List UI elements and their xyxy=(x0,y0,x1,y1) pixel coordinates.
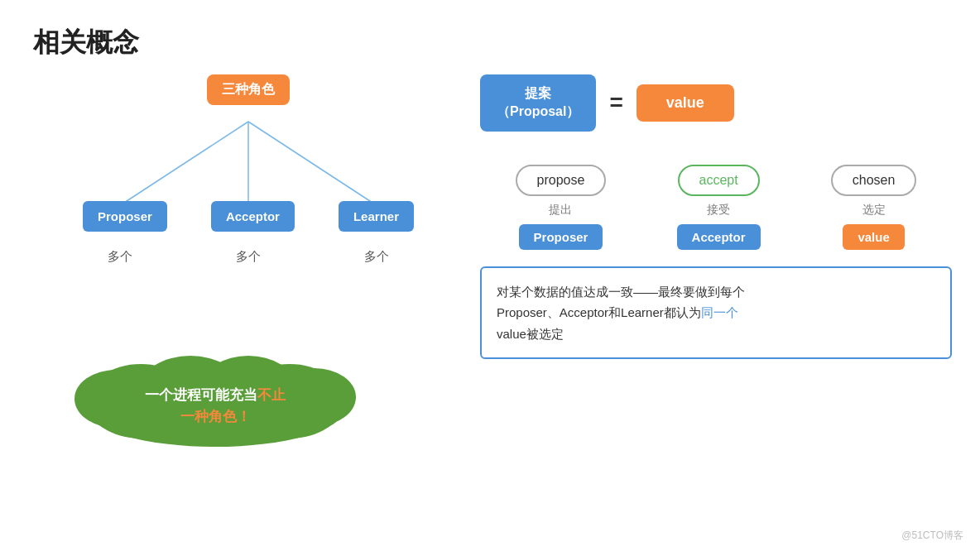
value-role-box: value xyxy=(843,224,904,250)
chosen-oval: chosen xyxy=(831,165,917,196)
proposer-node: Proposer xyxy=(83,201,167,232)
watermark: @51CTO博客 xyxy=(901,529,963,543)
description-box: 对某个数据的值达成一致——最终要做到每个 Proposer、Acceptor和L… xyxy=(480,266,952,360)
value-box: value xyxy=(637,84,734,122)
tree-diagram: 三种角色 Proposer Acceptor Learner 多个 多个 多个 xyxy=(74,74,422,265)
cloud-highlight1: 不止 xyxy=(257,387,286,403)
learner-label: 多个 xyxy=(339,249,414,265)
svg-point-11 xyxy=(273,368,356,426)
proposal-box: 提案 （Proposal） xyxy=(480,74,596,132)
acceptor-label: 多个 xyxy=(211,249,286,265)
proposer-role-box: Proposer xyxy=(519,224,603,250)
right-section: 提案 （Proposal） = value propose 提出 Propose… xyxy=(480,74,952,359)
cloud-line1: 一个进程可能充当不止 xyxy=(145,385,286,406)
accept-oval-label: 接受 xyxy=(707,203,730,218)
svg-line-2 xyxy=(248,122,372,203)
accept-oval: accept xyxy=(678,165,760,196)
svg-line-0 xyxy=(124,122,248,203)
equals-sign: = xyxy=(609,89,622,116)
chosen-oval-label: 选定 xyxy=(862,203,886,218)
cloud-text: 一个进程可能充当不止 一种角色！ xyxy=(145,385,286,427)
proposer-label: 多个 xyxy=(83,249,157,265)
child-nodes-row: Proposer Acceptor Learner xyxy=(74,201,422,232)
desc-line2: Proposer、Acceptor和Learner都认为 xyxy=(497,305,701,319)
oval-section: propose 提出 Proposer accept 接受 Acceptor c… xyxy=(480,165,952,250)
cloud-container: 一个进程可能充当不止 一种角色！ xyxy=(58,356,372,455)
learner-node: Learner xyxy=(339,201,414,232)
oval-col-chosen: chosen 选定 value xyxy=(831,165,917,250)
oval-col-accept: accept 接受 Acceptor xyxy=(677,165,761,250)
root-node: 三种角色 xyxy=(207,74,290,105)
child-labels-row: 多个 多个 多个 xyxy=(74,249,422,265)
desc-line1: 对某个数据的值达成一致——最终要做到每个 xyxy=(497,285,745,299)
desc-line3: value被选定 xyxy=(497,327,564,341)
acceptor-node: Acceptor xyxy=(211,201,295,232)
oval-col-propose: propose 提出 Proposer xyxy=(516,165,607,250)
page-title: 相关概念 xyxy=(33,25,139,61)
left-section: 三种角色 Proposer Acceptor Learner 多个 多个 多个 xyxy=(33,74,464,265)
proposal-label1: 提案 xyxy=(497,84,579,103)
propose-oval: propose xyxy=(516,165,607,196)
cloud-highlight2: 一种角色！ xyxy=(180,408,251,424)
propose-oval-label: 提出 xyxy=(549,203,572,218)
proposal-label2: （Proposal） xyxy=(497,103,579,121)
proposal-row: 提案 （Proposal） = value xyxy=(480,74,952,132)
acceptor-role-box: Acceptor xyxy=(677,224,761,250)
cloud-line2: 一种角色！ xyxy=(145,405,286,427)
desc-highlight: 同一个 xyxy=(701,305,738,319)
